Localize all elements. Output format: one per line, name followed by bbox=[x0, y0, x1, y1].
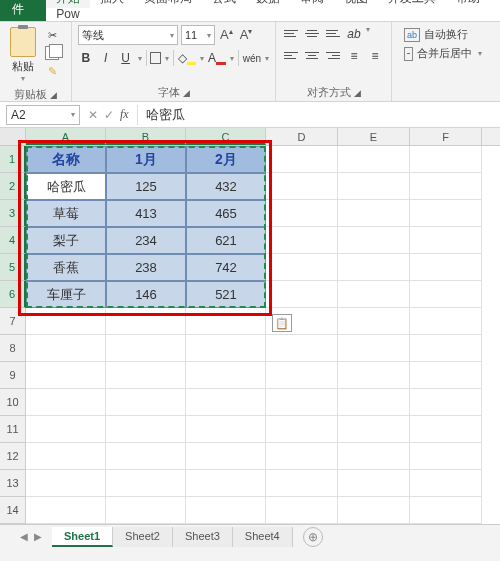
cell-D2[interactable] bbox=[266, 173, 338, 200]
cell-A7[interactable] bbox=[26, 308, 106, 335]
cell-E8[interactable] bbox=[338, 335, 410, 362]
cell-F14[interactable] bbox=[410, 497, 482, 524]
table-header-0[interactable]: 名称 bbox=[26, 146, 106, 173]
cut-icon[interactable]: ✂ bbox=[43, 27, 61, 43]
cell-D6[interactable] bbox=[266, 281, 338, 308]
cell-F1[interactable] bbox=[410, 146, 482, 173]
phonetic-dd[interactable]: ▾ bbox=[265, 54, 269, 63]
cell-D13[interactable] bbox=[266, 470, 338, 497]
cell-E14[interactable] bbox=[338, 497, 410, 524]
cell-D9[interactable] bbox=[266, 362, 338, 389]
font-name-select[interactable]: 等线▾ bbox=[78, 25, 178, 45]
row-header-13[interactable]: 13 bbox=[0, 470, 26, 497]
cell-F10[interactable] bbox=[410, 389, 482, 416]
row-header-6[interactable]: 6 bbox=[0, 281, 26, 308]
menu-tab-9[interactable]: Pow bbox=[46, 4, 89, 24]
cell-D10[interactable] bbox=[266, 389, 338, 416]
cell-E13[interactable] bbox=[338, 470, 410, 497]
cell-A13[interactable] bbox=[26, 470, 106, 497]
table-cell-r2-c2[interactable]: 621 bbox=[186, 227, 266, 254]
col-header-D[interactable]: D bbox=[266, 128, 338, 145]
underline-dd[interactable]: ▾ bbox=[138, 54, 142, 63]
row-header-14[interactable]: 14 bbox=[0, 497, 26, 524]
cell-B7[interactable] bbox=[106, 308, 186, 335]
cell-E12[interactable] bbox=[338, 443, 410, 470]
file-tab[interactable]: 文件 bbox=[0, 0, 46, 21]
align-bottom-icon[interactable] bbox=[324, 25, 342, 41]
menu-tab-6[interactable]: 视图 bbox=[334, 0, 378, 8]
format-painter-icon[interactable]: ✎ bbox=[43, 63, 61, 79]
row-header-1[interactable]: 1 bbox=[0, 146, 26, 173]
increase-font-icon[interactable]: A▴ bbox=[218, 27, 235, 42]
sheet-tab-Sheet4[interactable]: Sheet4 bbox=[233, 527, 293, 547]
cell-C13[interactable] bbox=[186, 470, 266, 497]
table-cell-r2-c0[interactable]: 梨子 bbox=[26, 227, 106, 254]
col-header-A[interactable]: A bbox=[26, 128, 106, 145]
menu-tab-3[interactable]: 公式 bbox=[202, 0, 246, 8]
table-cell-r4-c0[interactable]: 车厘子 bbox=[26, 281, 106, 308]
border-button[interactable] bbox=[150, 52, 161, 64]
decrease-indent-icon[interactable]: ≡ bbox=[345, 47, 363, 65]
cell-E3[interactable] bbox=[338, 200, 410, 227]
add-sheet-button[interactable]: ⊕ bbox=[303, 527, 323, 547]
font-size-select[interactable]: 11▾ bbox=[181, 25, 215, 45]
row-header-12[interactable]: 12 bbox=[0, 443, 26, 470]
table-cell-r2-c1[interactable]: 234 bbox=[106, 227, 186, 254]
fill-dd[interactable]: ▾ bbox=[200, 54, 204, 63]
cell-F8[interactable] bbox=[410, 335, 482, 362]
orientation-icon[interactable]: ab bbox=[345, 25, 363, 43]
table-cell-r4-c2[interactable]: 521 bbox=[186, 281, 266, 308]
cell-D8[interactable] bbox=[266, 335, 338, 362]
spreadsheet-grid[interactable]: ABCDEF 1234567891011121314 名称1月2月哈密瓜1254… bbox=[0, 128, 500, 524]
cell-B10[interactable] bbox=[106, 389, 186, 416]
col-header-B[interactable]: B bbox=[106, 128, 186, 145]
font-color-button[interactable]: A bbox=[208, 49, 226, 67]
cell-F11[interactable] bbox=[410, 416, 482, 443]
cell-B13[interactable] bbox=[106, 470, 186, 497]
cell-C14[interactable] bbox=[186, 497, 266, 524]
cell-C10[interactable] bbox=[186, 389, 266, 416]
align-middle-icon[interactable] bbox=[303, 25, 321, 41]
cell-E11[interactable] bbox=[338, 416, 410, 443]
cell-B14[interactable] bbox=[106, 497, 186, 524]
cell-D1[interactable] bbox=[266, 146, 338, 173]
cell-E2[interactable] bbox=[338, 173, 410, 200]
sheet-tab-Sheet2[interactable]: Sheet2 bbox=[113, 527, 173, 547]
cell-F3[interactable] bbox=[410, 200, 482, 227]
cell-A8[interactable] bbox=[26, 335, 106, 362]
italic-button[interactable]: I bbox=[98, 49, 114, 67]
table-cell-r0-c0[interactable]: 哈密瓜 bbox=[26, 173, 106, 200]
menu-tab-7[interactable]: 开发工具 bbox=[378, 0, 446, 8]
row-header-4[interactable]: 4 bbox=[0, 227, 26, 254]
table-cell-r3-c1[interactable]: 238 bbox=[106, 254, 186, 281]
cell-B9[interactable] bbox=[106, 362, 186, 389]
cell-E9[interactable] bbox=[338, 362, 410, 389]
cell-F13[interactable] bbox=[410, 470, 482, 497]
cell-A10[interactable] bbox=[26, 389, 106, 416]
sheet-tab-Sheet1[interactable]: Sheet1 bbox=[52, 527, 113, 547]
cell-B12[interactable] bbox=[106, 443, 186, 470]
cell-E4[interactable] bbox=[338, 227, 410, 254]
sheet-tab-Sheet3[interactable]: Sheet3 bbox=[173, 527, 233, 547]
table-cell-r4-c1[interactable]: 146 bbox=[106, 281, 186, 308]
cell-C7[interactable] bbox=[186, 308, 266, 335]
cell-D3[interactable] bbox=[266, 200, 338, 227]
align-top-icon[interactable] bbox=[282, 25, 300, 41]
table-header-1[interactable]: 1月 bbox=[106, 146, 186, 173]
menu-tab-5[interactable]: 审阅 bbox=[290, 0, 334, 8]
table-cell-r3-c2[interactable]: 742 bbox=[186, 254, 266, 281]
row-header-11[interactable]: 11 bbox=[0, 416, 26, 443]
cell-E6[interactable] bbox=[338, 281, 410, 308]
row-header-2[interactable]: 2 bbox=[0, 173, 26, 200]
table-cell-r0-c2[interactable]: 432 bbox=[186, 173, 266, 200]
menu-tab-8[interactable]: 帮助 bbox=[446, 0, 490, 8]
paste-button[interactable]: 粘贴 ▾ bbox=[6, 25, 40, 85]
increase-indent-icon[interactable]: ≡ bbox=[366, 47, 384, 65]
name-box[interactable]: A2▾ bbox=[6, 105, 80, 125]
cell-C12[interactable] bbox=[186, 443, 266, 470]
chevron-down-icon[interactable]: ▾ bbox=[21, 74, 25, 83]
table-cell-r1-c2[interactable]: 465 bbox=[186, 200, 266, 227]
cell-A14[interactable] bbox=[26, 497, 106, 524]
cell-B11[interactable] bbox=[106, 416, 186, 443]
cell-D12[interactable] bbox=[266, 443, 338, 470]
